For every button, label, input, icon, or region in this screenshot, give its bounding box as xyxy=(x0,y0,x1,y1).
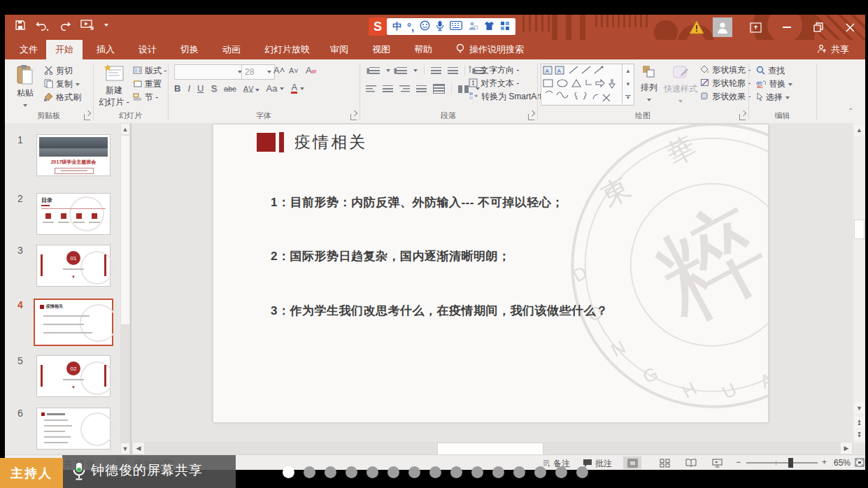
replace-caret[interactable] xyxy=(788,83,792,86)
text-direction-button[interactable]: A 文字方向 - xyxy=(469,64,519,76)
quick-styles-caret[interactable] xyxy=(678,100,683,103)
quick-styles-button[interactable]: 快速样式 xyxy=(664,64,697,105)
align-center-button[interactable] xyxy=(383,85,393,93)
qat-customize-dropdown[interactable] xyxy=(104,24,108,27)
slide-thumbnail-1[interactable]: 2017级学业主题班会 xyxy=(37,135,110,175)
ime-toolbox-icon[interactable] xyxy=(500,21,510,33)
canvas-scroll-down[interactable]: ▼ xyxy=(854,403,865,414)
slide-canvas[interactable]: 粹 東 華 D O N G H U A 1 9 · 疫情相关 1：目前形势：内防… xyxy=(213,124,768,422)
shapes-scroll-up[interactable]: ▲ xyxy=(622,64,634,78)
ime-emoji-icon[interactable] xyxy=(420,20,430,33)
paste-dropdown-caret[interactable] xyxy=(23,104,27,107)
slide-thumbnail-5[interactable]: 02 ▼ xyxy=(37,356,110,396)
numbering-caret[interactable] xyxy=(413,69,418,72)
increase-indent-button[interactable] xyxy=(448,67,458,75)
tab-home[interactable]: 开始 xyxy=(46,40,83,59)
decrease-indent-button[interactable] xyxy=(431,67,441,75)
align-right-button[interactable] xyxy=(399,85,410,93)
new-slide-button[interactable]: 新建 幻灯片 - xyxy=(98,64,130,108)
change-case-button[interactable]: Aa xyxy=(266,83,278,94)
thumbnail-panel-scrollbar[interactable]: ▲ ▼ xyxy=(120,123,130,454)
copy-button[interactable]: 复制 xyxy=(44,78,80,90)
share-button[interactable]: 共享 xyxy=(808,40,858,59)
arrange-caret[interactable] xyxy=(647,99,651,101)
slide-title-block[interactable]: 疫情相关 xyxy=(257,131,367,153)
layout-button[interactable]: 版式 - xyxy=(133,65,166,77)
select-caret[interactable] xyxy=(785,96,790,99)
zoom-slider[interactable] xyxy=(746,462,818,464)
account-avatar[interactable] xyxy=(713,17,732,37)
canvas-hscroll-thumb[interactable] xyxy=(437,443,543,454)
increase-font-button[interactable]: A˄ xyxy=(273,65,285,76)
tab-design[interactable]: 设计 xyxy=(129,40,166,59)
sogou-ime-logo[interactable]: S xyxy=(369,17,387,36)
font-dialog-launcher[interactable] xyxy=(350,114,357,120)
align-left-button[interactable] xyxy=(366,85,376,93)
ime-language-mode[interactable]: 中 xyxy=(392,20,401,33)
shapes-more-button[interactable]: ▼ xyxy=(622,91,634,103)
decrease-font-button[interactable]: A˅ xyxy=(289,66,299,75)
fit-to-window-button[interactable] xyxy=(855,458,865,469)
panel-scroll-thumb[interactable] xyxy=(121,136,129,324)
clipboard-dialog-launcher[interactable] xyxy=(84,114,90,120)
canvas-vertical-scrollbar[interactable]: ▲ ▼ ▲▲ ▼▼ xyxy=(853,123,865,443)
close-button[interactable] xyxy=(839,18,860,36)
reset-button[interactable]: 重置 xyxy=(133,78,162,90)
ribbon-display-options-button[interactable] xyxy=(745,18,766,36)
normal-view-button[interactable] xyxy=(623,457,641,469)
microphone-icon[interactable] xyxy=(71,461,87,484)
select-button[interactable]: 选择 xyxy=(756,92,790,103)
shape-outline-button[interactable]: 形状轮廓 - xyxy=(700,78,750,89)
slide-point-2[interactable]: 2：国际形势日趋复杂，国内逐渐清晰明朗； xyxy=(271,248,510,264)
bold-button[interactable]: B xyxy=(174,83,180,94)
font-color-button[interactable]: A xyxy=(291,83,297,94)
underline-button[interactable]: U xyxy=(197,83,204,94)
tab-review[interactable]: 审阅 xyxy=(321,40,357,59)
start-slideshow-button[interactable] xyxy=(80,20,94,31)
shadow-button[interactable]: S xyxy=(211,83,217,94)
ime-skin-icon[interactable] xyxy=(484,21,495,33)
clear-formatting-button[interactable]: A xyxy=(306,65,316,76)
drawing-dialog-launcher[interactable] xyxy=(739,114,746,120)
convert-smartart-button[interactable]: 转换为 SmartArt - xyxy=(469,91,547,103)
slide-thumbnail-3[interactable]: 01 ▼ xyxy=(37,245,110,286)
canvas-scroll-thumb[interactable] xyxy=(854,220,865,239)
slide-sorter-view-button[interactable] xyxy=(655,457,674,469)
canvas-scroll-right[interactable]: ▶ xyxy=(841,443,852,454)
ime-voice-icon[interactable] xyxy=(436,20,444,34)
find-button[interactable]: 查找 xyxy=(756,65,785,77)
previous-slide-button[interactable]: ▲▲ xyxy=(854,417,865,428)
strikethrough-button[interactable]: abc xyxy=(224,85,236,93)
arrange-button[interactable]: 排列 xyxy=(637,64,661,103)
align-text-button[interactable]: 对齐文本 - xyxy=(469,78,519,89)
tab-transitions[interactable]: 切换 xyxy=(171,40,208,59)
slide-thumbnail-2[interactable]: 目录 xyxy=(37,194,110,234)
shape-effects-button[interactable]: 形状效果 - xyxy=(700,91,750,103)
zoom-slider-thumb[interactable] xyxy=(788,458,793,468)
italic-button[interactable]: I xyxy=(187,83,190,94)
tab-help[interactable]: 帮助 xyxy=(405,40,441,59)
slideshow-view-button[interactable] xyxy=(708,457,726,469)
replace-button[interactable]: abac 替换 xyxy=(756,78,792,90)
canvas-scroll-up[interactable]: ▲ xyxy=(854,124,865,136)
distribute-button[interactable] xyxy=(433,84,445,94)
canvas-horizontal-scrollbar[interactable]: ◀ ▶ xyxy=(131,442,853,454)
warning-icon[interactable] xyxy=(689,20,704,37)
font-size-caret[interactable] xyxy=(267,71,271,73)
format-painter-button[interactable]: 格式刷 xyxy=(44,92,81,103)
tab-file[interactable]: 文件 xyxy=(10,40,47,59)
panel-scroll-down[interactable]: ▼ xyxy=(121,443,129,454)
numbering-button[interactable] xyxy=(397,67,407,75)
restore-button[interactable] xyxy=(808,18,829,36)
tell-me-search[interactable]: 操作说明搜索 xyxy=(447,40,533,59)
panel-scroll-up[interactable]: ▲ xyxy=(121,124,129,134)
ime-punctuation-icon[interactable]: °, xyxy=(407,21,414,33)
redo-button[interactable] xyxy=(59,20,71,31)
font-size-combo[interactable]: 28 xyxy=(241,64,275,80)
save-button[interactable] xyxy=(15,20,26,31)
panel-splitter[interactable] xyxy=(130,123,131,454)
slide-point-1[interactable]: 1：目前形势：内防反弹、外防输入--- 不可掉以轻心； xyxy=(271,194,564,210)
zoom-out-button[interactable]: − xyxy=(736,457,741,467)
tab-insert[interactable]: 插入 xyxy=(87,40,124,59)
paste-button[interactable]: 粘贴 xyxy=(10,64,40,109)
